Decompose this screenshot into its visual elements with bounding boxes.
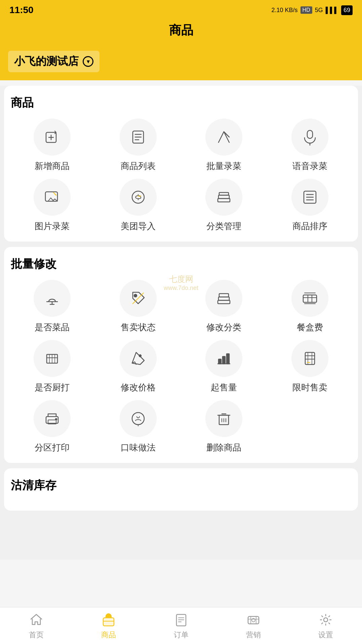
meituan-import-icon bbox=[129, 188, 147, 206]
modify-price-icon-circle bbox=[120, 340, 157, 377]
main-content: 商品 新增商品 bbox=[0, 86, 362, 560]
is-kitchen-item[interactable]: 是否厨打 bbox=[11, 340, 93, 393]
nav-marketing[interactable]: 营销 bbox=[217, 612, 289, 640]
svg-rect-11 bbox=[218, 195, 229, 199]
delete-product-icon bbox=[215, 410, 233, 427]
svg-rect-50 bbox=[103, 618, 114, 626]
add-product-item[interactable]: 新增商品 bbox=[11, 119, 93, 172]
delete-product-item[interactable]: 删除商品 bbox=[183, 400, 266, 454]
modify-price-label: 修改价格 bbox=[121, 382, 156, 393]
svg-point-61 bbox=[324, 618, 328, 622]
flavor-label: 口味做法 bbox=[121, 442, 156, 454]
sale-status-item[interactable]: 售卖状态 bbox=[97, 280, 179, 333]
modify-price-item[interactable]: 修改价格 bbox=[97, 340, 179, 393]
photo-entry-icon bbox=[43, 188, 61, 206]
nav-settings-label: 设置 bbox=[318, 630, 333, 640]
meituan-import-icon-circle bbox=[120, 179, 157, 216]
store-name: 小飞的测试店 bbox=[14, 54, 79, 69]
nav-orders-label: 订单 bbox=[174, 630, 189, 640]
sale-status-label: 售卖状态 bbox=[121, 321, 156, 333]
is-dish-item[interactable]: 是否菜品 bbox=[11, 280, 93, 333]
flavor-icon bbox=[129, 410, 147, 427]
batch-modify-grid: 是否菜品 售卖状态 bbox=[11, 280, 351, 454]
add-product-label: 新增商品 bbox=[35, 160, 70, 172]
flavor-item[interactable]: 口味做法 bbox=[97, 400, 179, 454]
bag-icon bbox=[100, 612, 117, 628]
is-dish-icon bbox=[43, 290, 61, 307]
network-speed: 2.10 KB/s bbox=[272, 7, 298, 14]
voice-entry-icon bbox=[301, 128, 319, 146]
marketing-icon bbox=[245, 612, 262, 628]
page-title: 商品 bbox=[169, 23, 193, 37]
time-sale-item[interactable]: 限时售卖 bbox=[269, 340, 351, 393]
product-list-item[interactable]: 商品列表 bbox=[97, 119, 179, 172]
time-sale-label: 限时售卖 bbox=[292, 382, 327, 393]
photo-entry-item[interactable]: 图片录菜 bbox=[11, 179, 93, 232]
delete-product-label: 删除商品 bbox=[206, 442, 241, 454]
svg-point-44 bbox=[55, 419, 57, 420]
delete-product-icon-circle bbox=[205, 400, 242, 437]
modify-category-label: 修改分类 bbox=[206, 321, 241, 333]
min-sale-icon bbox=[215, 350, 233, 367]
nav-products-label: 商品 bbox=[101, 630, 116, 640]
photo-entry-label: 图片录菜 bbox=[35, 220, 70, 232]
bottom-nav: 首页 商品 订单 bbox=[0, 607, 362, 644]
zone-print-label: 分区打印 bbox=[35, 442, 70, 454]
svg-rect-22 bbox=[219, 294, 229, 297]
svg-point-32 bbox=[139, 355, 141, 357]
photo-entry-icon-circle bbox=[34, 179, 71, 216]
nav-orders[interactable]: 订单 bbox=[145, 612, 217, 640]
empty-cell bbox=[269, 400, 351, 454]
hd-badge: HD bbox=[300, 6, 312, 14]
chevron-down-icon bbox=[83, 56, 93, 67]
status-bar: 11:50 2.10 KB/s HD 5G ▌▌▌ 69 bbox=[0, 0, 362, 19]
voice-entry-item[interactable]: 语音录菜 bbox=[269, 119, 351, 172]
time-sale-icon bbox=[301, 350, 319, 367]
batch-modify-section: 批量修改 七度网 www.7do.net 是否菜品 bbox=[4, 247, 358, 463]
meituan-import-label: 美团导入 bbox=[121, 220, 156, 232]
modify-category-icon bbox=[215, 290, 233, 307]
svg-rect-10 bbox=[218, 199, 230, 202]
clear-inventory-title: 沽清库存 bbox=[11, 478, 351, 493]
battery: 69 bbox=[341, 5, 353, 15]
batch-entry-item[interactable]: 批量录菜 bbox=[183, 119, 266, 172]
nav-products[interactable]: 商品 bbox=[72, 612, 145, 640]
add-product-icon-circle bbox=[34, 119, 71, 156]
category-manage-item[interactable]: 分类管理 bbox=[183, 179, 266, 232]
modify-price-icon bbox=[129, 350, 147, 367]
flavor-icon-circle bbox=[120, 400, 157, 437]
status-icons: 2.10 KB/s HD 5G ▌▌▌ 69 bbox=[272, 5, 353, 15]
modify-category-item[interactable]: 修改分类 bbox=[183, 280, 266, 333]
products-grid: 新增商品 商品列表 bbox=[11, 119, 351, 232]
sale-status-icon-circle bbox=[120, 280, 157, 317]
zone-print-item[interactable]: 分区打印 bbox=[11, 400, 93, 454]
meituan-import-item[interactable]: 美团导入 bbox=[97, 179, 179, 232]
signal-bars: ▌▌▌ bbox=[326, 7, 338, 14]
products-section-title: 商品 bbox=[11, 95, 351, 111]
nav-marketing-label: 营销 bbox=[246, 630, 261, 640]
category-manage-label: 分类管理 bbox=[206, 220, 241, 232]
svg-rect-21 bbox=[218, 297, 229, 300]
product-sort-item[interactable]: 商品排序 bbox=[269, 179, 351, 232]
voice-entry-icon-circle bbox=[291, 119, 328, 156]
modify-category-icon-circle bbox=[205, 280, 242, 317]
nav-settings[interactable]: 设置 bbox=[290, 612, 362, 640]
product-sort-label: 商品排序 bbox=[292, 220, 327, 232]
is-dish-label: 是否菜品 bbox=[35, 321, 70, 333]
svg-rect-12 bbox=[219, 192, 229, 195]
svg-rect-36 bbox=[227, 354, 229, 364]
status-time: 11:50 bbox=[9, 5, 34, 15]
product-sort-icon bbox=[301, 188, 319, 206]
svg-point-9 bbox=[132, 191, 144, 203]
batch-modify-title: 批量修改 bbox=[11, 256, 351, 272]
nav-home[interactable]: 首页 bbox=[0, 612, 72, 640]
add-product-icon bbox=[43, 128, 61, 146]
box-fee-icon-circle bbox=[291, 280, 328, 317]
min-sale-item[interactable]: 起售量 bbox=[183, 340, 266, 393]
box-fee-item[interactable]: 餐盒费 bbox=[269, 280, 351, 333]
zone-print-icon-circle bbox=[34, 400, 71, 437]
batch-entry-icon bbox=[215, 128, 233, 146]
clear-inventory-section: 沽清库存 bbox=[4, 468, 358, 511]
is-dish-icon-circle bbox=[34, 280, 71, 317]
store-selector-button[interactable]: 小飞的测试店 bbox=[8, 51, 99, 72]
